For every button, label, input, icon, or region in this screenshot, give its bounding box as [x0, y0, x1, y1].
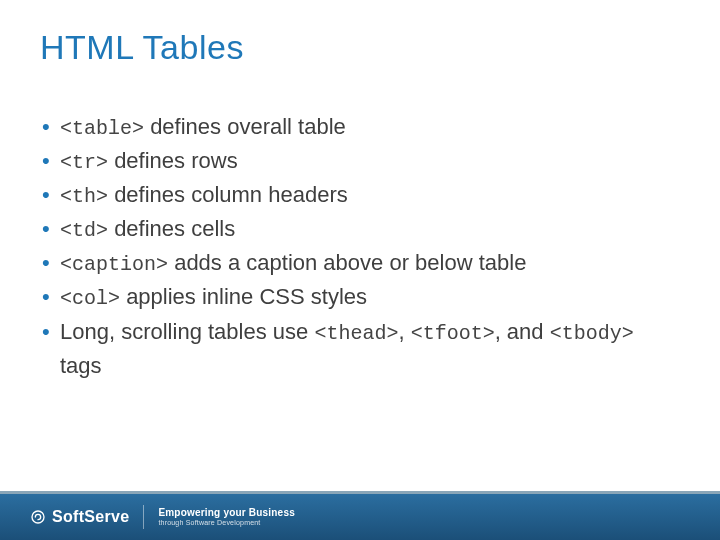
code-tag: <tr> [60, 151, 108, 174]
list-item: <tr> defines rows [42, 144, 680, 178]
brand-logo: SoftServe [30, 508, 129, 526]
bullet-text: applies inline CSS styles [120, 284, 367, 309]
bullet-text: , and [495, 319, 550, 344]
bullet-text: adds a caption above or below table [168, 250, 526, 275]
slide-title: HTML Tables [40, 28, 244, 67]
list-item: Long, scrolling tables use <thead>, <tfo… [42, 315, 680, 383]
bullet-text: defines column headers [108, 182, 348, 207]
list-item: <td> defines cells [42, 212, 680, 246]
bullet-text: Long, scrolling tables use [60, 319, 314, 344]
svg-point-0 [32, 511, 44, 523]
bullet-text: defines overall table [144, 114, 346, 139]
list-item: <caption> adds a caption above or below … [42, 246, 680, 280]
list-item: <col> applies inline CSS styles [42, 280, 680, 314]
footer: SoftServe Empowering your Business throu… [0, 494, 720, 540]
bullet-text: defines cells [108, 216, 235, 241]
list-item: <th> defines column headers [42, 178, 680, 212]
footer-divider [143, 505, 144, 529]
code-tag: <caption> [60, 253, 168, 276]
logo-icon [30, 509, 46, 525]
code-tag: <col> [60, 287, 120, 310]
list-item: <table> defines overall table [42, 110, 680, 144]
tagline-sub: through Software Development [158, 519, 295, 526]
bullet-text: , [398, 319, 410, 344]
code-tag: <th> [60, 185, 108, 208]
bullet-text: tags [60, 353, 102, 378]
bullet-text: defines rows [108, 148, 238, 173]
tagline-main: Empowering your Business [158, 508, 295, 519]
code-tag: <tfoot> [411, 322, 495, 345]
code-tag: <td> [60, 219, 108, 242]
brand-tagline: Empowering your Business through Softwar… [158, 508, 295, 526]
code-tag: <thead> [314, 322, 398, 345]
code-tag: <tbody> [550, 322, 634, 345]
code-tag: <table> [60, 117, 144, 140]
brand-name: SoftServe [52, 508, 129, 526]
slide-content: <table> defines overall table <tr> defin… [42, 110, 680, 383]
slide: HTML Tables <table> defines overall tabl… [0, 0, 720, 540]
bullet-list: <table> defines overall table <tr> defin… [42, 110, 680, 383]
